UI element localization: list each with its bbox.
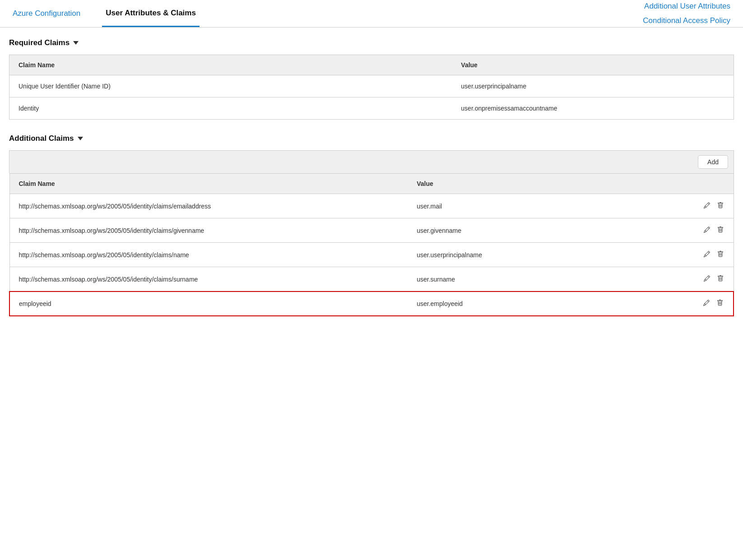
pencil-svg-icon xyxy=(703,300,710,306)
additional-claims-header-row: Claim Name Value xyxy=(9,174,734,194)
edit-claim-button[interactable] xyxy=(703,201,711,211)
action-icons xyxy=(670,299,724,308)
claim-name-cell: employeeid xyxy=(9,292,408,316)
trash-svg-icon xyxy=(717,275,724,282)
action-icons xyxy=(670,250,724,259)
claim-name-cell: http://schemas.xmlsoap.org/ws/2005/05/id… xyxy=(9,218,408,243)
claim-value-cell: user.onpremisessamaccountname xyxy=(452,97,734,120)
delete-claim-button[interactable] xyxy=(716,226,724,235)
additional-claims-title: Additional Claims xyxy=(9,134,74,143)
nav-tabs: Azure Configuration User Attributes & Cl… xyxy=(0,0,743,28)
edit-claim-button[interactable] xyxy=(703,250,711,259)
required-claims-chevron-icon[interactable] xyxy=(73,41,79,45)
page-container: Azure Configuration User Attributes & Cl… xyxy=(0,0,743,341)
trash-svg-icon xyxy=(717,227,724,233)
table-row: http://schemas.xmlsoap.org/ws/2005/05/id… xyxy=(9,243,734,267)
required-claims-header: Required Claims xyxy=(9,38,734,47)
required-claims-col-value: Value xyxy=(452,55,734,75)
claim-actions-cell xyxy=(661,292,734,316)
additional-claims-col-actions xyxy=(661,174,734,194)
additional-claims-chevron-icon[interactable] xyxy=(78,137,83,140)
claim-value-cell: user.givenname xyxy=(408,218,661,243)
required-claims-col-name: Claim Name xyxy=(9,55,452,75)
claim-actions-cell xyxy=(661,267,734,292)
pencil-svg-icon xyxy=(704,202,710,208)
add-claim-button[interactable]: Add xyxy=(698,155,728,169)
action-icons xyxy=(670,274,724,284)
claim-value-cell: user.mail xyxy=(408,194,661,218)
additional-claims-section: Additional Claims Add Claim Name Value h… xyxy=(9,134,734,316)
edit-claim-button[interactable] xyxy=(703,226,711,235)
action-icons xyxy=(670,226,724,235)
required-claims-section: Required Claims Claim Name Value Unique … xyxy=(9,38,734,120)
required-claims-table: Claim Name Value Unique User Identifier … xyxy=(9,55,734,120)
nav-right-tabs: Additional User Attributes Conditional A… xyxy=(639,0,734,27)
claim-name-cell: Unique User Identifier (Name ID) xyxy=(9,75,452,97)
additional-claims-header: Additional Claims xyxy=(9,134,734,143)
additional-claims-table: Claim Name Value http://schemas.xmlsoap.… xyxy=(9,173,734,316)
required-claims-header-row: Claim Name Value xyxy=(9,55,734,75)
table-row: Unique User Identifier (Name ID) user.us… xyxy=(9,75,734,97)
claim-value-cell: user.userprincipalname xyxy=(408,243,661,267)
pencil-svg-icon xyxy=(704,251,710,257)
edit-claim-button[interactable] xyxy=(703,274,711,284)
pencil-svg-icon xyxy=(704,227,710,233)
claim-actions-cell xyxy=(661,243,734,267)
claim-name-cell: http://schemas.xmlsoap.org/ws/2005/05/id… xyxy=(9,194,408,218)
delete-claim-button[interactable] xyxy=(716,299,724,308)
content-area: Required Claims Claim Name Value Unique … xyxy=(0,28,743,341)
table-row: http://schemas.xmlsoap.org/ws/2005/05/id… xyxy=(9,218,734,243)
claim-actions-cell xyxy=(661,218,734,243)
table-row: http://schemas.xmlsoap.org/ws/2005/05/id… xyxy=(9,194,734,218)
claim-value-cell: user.userprincipalname xyxy=(452,75,734,97)
additional-claims-col-name: Claim Name xyxy=(9,174,408,194)
trash-svg-icon xyxy=(717,251,724,257)
tab-user-attributes-claims[interactable]: User Attributes & Claims xyxy=(102,0,200,27)
claim-name-cell: http://schemas.xmlsoap.org/ws/2005/05/id… xyxy=(9,267,408,292)
edit-claim-button[interactable] xyxy=(702,299,710,308)
additional-claims-toolbar: Add xyxy=(9,150,734,173)
table-row: employeeid user.employeeid xyxy=(9,292,734,316)
tab-additional-user-attributes[interactable]: Additional User Attributes xyxy=(641,0,734,13)
delete-claim-button[interactable] xyxy=(716,250,724,259)
claim-name-cell: http://schemas.xmlsoap.org/ws/2005/05/id… xyxy=(9,243,408,267)
tab-azure-configuration[interactable]: Azure Configuration xyxy=(9,1,84,26)
claim-value-cell: user.surname xyxy=(408,267,661,292)
table-row: http://schemas.xmlsoap.org/ws/2005/05/id… xyxy=(9,267,734,292)
pencil-svg-icon xyxy=(704,275,710,282)
tab-conditional-access-policy[interactable]: Conditional Access Policy xyxy=(639,14,734,27)
delete-claim-button[interactable] xyxy=(716,201,724,211)
delete-claim-button[interactable] xyxy=(716,274,724,284)
claim-name-cell: Identity xyxy=(9,97,452,120)
additional-claims-col-value: Value xyxy=(408,174,661,194)
trash-svg-icon xyxy=(717,202,724,208)
trash-svg-icon xyxy=(717,300,723,306)
claim-actions-cell xyxy=(661,194,734,218)
table-row: Identity user.onpremisessamaccountname xyxy=(9,97,734,120)
action-icons xyxy=(670,201,724,211)
required-claims-title: Required Claims xyxy=(9,38,70,47)
claim-value-cell: user.employeeid xyxy=(408,292,661,316)
